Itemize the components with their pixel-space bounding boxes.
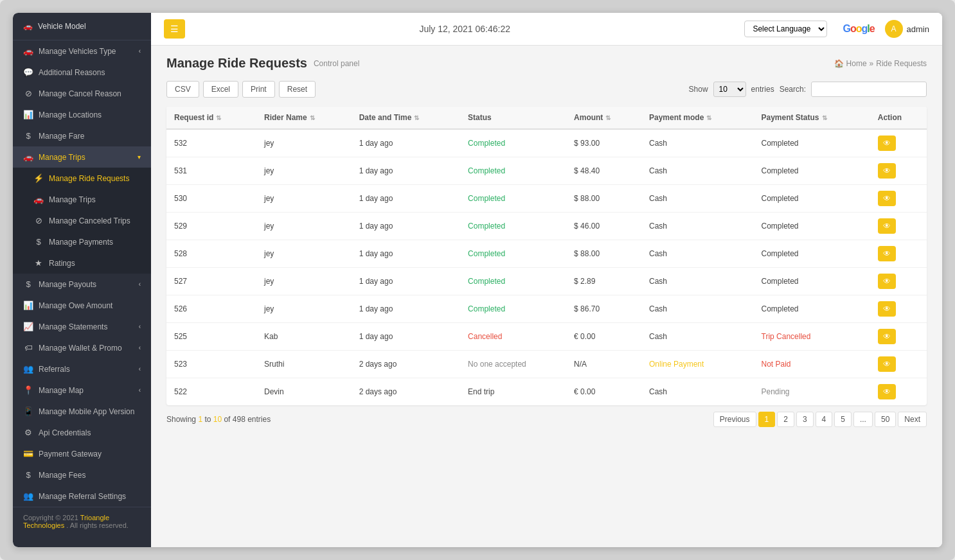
manage-fare-icon: $ <box>23 131 33 141</box>
print-button[interactable]: Print <box>242 81 275 98</box>
sort-icon-amount: ⇅ <box>605 114 611 121</box>
sidebar-item-manage-fees[interactable]: $Manage Fees <box>13 464 151 486</box>
view-button[interactable]: 👁 <box>878 329 896 344</box>
sidebar-item-manage-mobile-app-version[interactable]: 📱Manage Mobile App Version <box>13 401 151 422</box>
sidebar-item-manage-payouts[interactable]: $Manage Payouts‹ <box>13 274 151 295</box>
view-button[interactable]: 👁 <box>878 274 896 289</box>
view-button[interactable]: 👁 <box>878 136 896 151</box>
sidebar-item-api-credentials[interactable]: ⚙Api Credentials <box>13 422 151 443</box>
language-selector[interactable]: Select Language <box>744 21 827 37</box>
cell-rider-name: Kab <box>256 323 352 351</box>
sidebar-item-manage-trips[interactable]: 🚗Manage Trips▾ <box>13 146 151 168</box>
search-input[interactable] <box>811 82 927 97</box>
sidebar-item-manage-statements[interactable]: 📈Manage Statements‹ <box>13 316 151 337</box>
sidebar-item-additional-reasons[interactable]: 💬Additional Reasons <box>13 62 151 83</box>
pagination-page-4[interactable]: 4 <box>816 412 833 427</box>
cell-action[interactable]: 👁 <box>870 295 927 323</box>
csv-button[interactable]: CSV <box>166 81 199 98</box>
arrow-icon: ‹ <box>139 387 141 394</box>
sidebar-item-manage-owe-amount[interactable]: 📊Manage Owe Amount <box>13 295 151 316</box>
sidebar-item-manage-payments[interactable]: $Manage Payments <box>13 231 151 252</box>
view-button[interactable]: 👁 <box>878 191 896 206</box>
sidebar-item-manage-map[interactable]: 📍Manage Map‹ <box>13 380 151 401</box>
sidebar-label-manage-ride-requests: Manage Ride Requests <box>49 174 129 183</box>
sidebar-item-manage-referral-settings[interactable]: 👥Manage Referral Settings <box>13 486 151 507</box>
referrals-icon: 👥 <box>23 364 33 374</box>
content-area: CSV Excel Print Reset Show 102550100 ent… <box>151 76 942 547</box>
pagination-page-2[interactable]: 2 <box>777 412 794 427</box>
manage-cancel-reason-icon: ⊘ <box>23 89 33 98</box>
view-button[interactable]: 👁 <box>878 356 896 372</box>
manage-statements-icon: 📈 <box>23 322 33 331</box>
view-button[interactable]: 👁 <box>878 218 896 234</box>
pagination-next[interactable]: Next <box>898 412 927 427</box>
pagination-page-50[interactable]: 50 <box>875 412 896 427</box>
admin-label: admin <box>907 24 929 34</box>
sidebar-item-manage-trips-sub[interactable]: 🚗Manage Trips <box>13 189 151 210</box>
col-date-time[interactable]: Date and Time⇅ <box>352 107 460 129</box>
cell-payment-status: Completed <box>754 129 870 157</box>
cell-payment-status: Completed <box>754 295 870 323</box>
sidebar-item-manage-fare[interactable]: $Manage Fare <box>13 125 151 146</box>
view-button[interactable]: 👁 <box>878 246 896 261</box>
cell-action[interactable]: 👁 <box>870 323 927 351</box>
sidebar-label-manage-vehicles-type: Manage Vehicles Type <box>39 47 116 56</box>
table-header: Request id⇅Rider Name⇅Date and Time⇅Stat… <box>166 107 927 129</box>
pagination: Previous12345...50Next <box>713 412 927 427</box>
language-select[interactable]: Select Language <box>744 21 827 37</box>
sidebar-label-manage-fees: Manage Fees <box>39 471 85 480</box>
col-payment-mode[interactable]: Payment mode⇅ <box>641 107 754 129</box>
sidebar-label-manage-fare: Manage Fare <box>39 132 84 141</box>
hamburger-button[interactable]: ☰ <box>164 19 185 39</box>
sidebar-item-referrals[interactable]: 👥Referrals‹ <box>13 358 151 380</box>
col-rider-name[interactable]: Rider Name⇅ <box>256 107 352 129</box>
cell-action[interactable]: 👁 <box>870 129 927 157</box>
cell-action[interactable]: 👁 <box>870 351 927 378</box>
cell-status: Completed <box>460 240 566 268</box>
sort-icon-payment-status: ⇅ <box>822 114 827 121</box>
topbar: ☰ July 12, 2021 06:46:22 Select Language… <box>151 13 942 46</box>
sidebar-item-manage-canceled-trips[interactable]: ⊘Manage Canceled Trips <box>13 210 151 231</box>
sidebar-item-ratings[interactable]: ★Ratings <box>13 252 151 274</box>
cell-amount: $ 88.00 <box>566 240 641 268</box>
view-button[interactable]: 👁 <box>878 163 896 179</box>
sidebar-item-manage-wallet-promo[interactable]: 🏷Manage Wallet & Promo‹ <box>13 337 151 358</box>
col-payment-status[interactable]: Payment Status⇅ <box>754 107 870 129</box>
manage-ride-requests-icon: ⚡ <box>33 173 44 183</box>
excel-button[interactable]: Excel <box>203 81 238 98</box>
cell-action[interactable]: 👁 <box>870 240 927 268</box>
cell-datetime: 2 days ago <box>352 378 460 406</box>
cell-payment-status: Completed <box>754 213 870 240</box>
sidebar-label-manage-statements: Manage Statements <box>39 322 107 331</box>
cell-request-id: 531 <box>166 157 256 185</box>
pagination-prev[interactable]: Previous <box>713 412 756 427</box>
avatar: A <box>885 20 903 38</box>
sidebar-label-manage-owe-amount: Manage Owe Amount <box>39 301 112 310</box>
sidebar-item-manage-vehicles-type[interactable]: 🚗Manage Vehicles Type‹ <box>13 40 151 62</box>
cell-action[interactable]: 👁 <box>870 268 927 295</box>
cell-action[interactable]: 👁 <box>870 185 927 213</box>
manage-map-icon: 📍 <box>23 385 33 395</box>
cell-action[interactable]: 👁 <box>870 213 927 240</box>
show-entries-select[interactable]: 102550100 <box>713 82 746 97</box>
col-request-id[interactable]: Request id⇅ <box>166 107 256 129</box>
sidebar-item-manage-cancel-reason[interactable]: ⊘Manage Cancel Reason <box>13 83 151 104</box>
view-button[interactable]: 👁 <box>878 301 896 317</box>
col-amount[interactable]: Amount⇅ <box>566 107 641 129</box>
sidebar-item-payment-gateway[interactable]: 💳Payment Gateway <box>13 443 151 464</box>
cell-action[interactable]: 👁 <box>870 157 927 185</box>
view-button[interactable]: 👁 <box>878 384 896 399</box>
pagination-page-...[interactable]: ... <box>853 412 873 427</box>
footer-rights: . All rights reserved. <box>66 521 129 529</box>
pagination-page-1[interactable]: 1 <box>758 412 776 427</box>
pagination-page-5[interactable]: 5 <box>834 412 852 427</box>
cell-action[interactable]: 👁 <box>870 378 927 406</box>
sidebar-item-manage-ride-requests[interactable]: ⚡Manage Ride Requests <box>13 168 151 189</box>
data-table-wrapper: Request id⇅Rider Name⇅Date and Time⇅Stat… <box>166 107 927 405</box>
sidebar-item-manage-locations[interactable]: 📊Manage Locations <box>13 104 151 125</box>
pagination-page-3[interactable]: 3 <box>796 412 814 427</box>
showing-to-num[interactable]: 10 <box>213 415 222 424</box>
cell-payment-mode: Online Payment <box>641 351 754 378</box>
cell-amount: € 0.00 <box>566 378 641 406</box>
reset-button[interactable]: Reset <box>279 81 316 98</box>
